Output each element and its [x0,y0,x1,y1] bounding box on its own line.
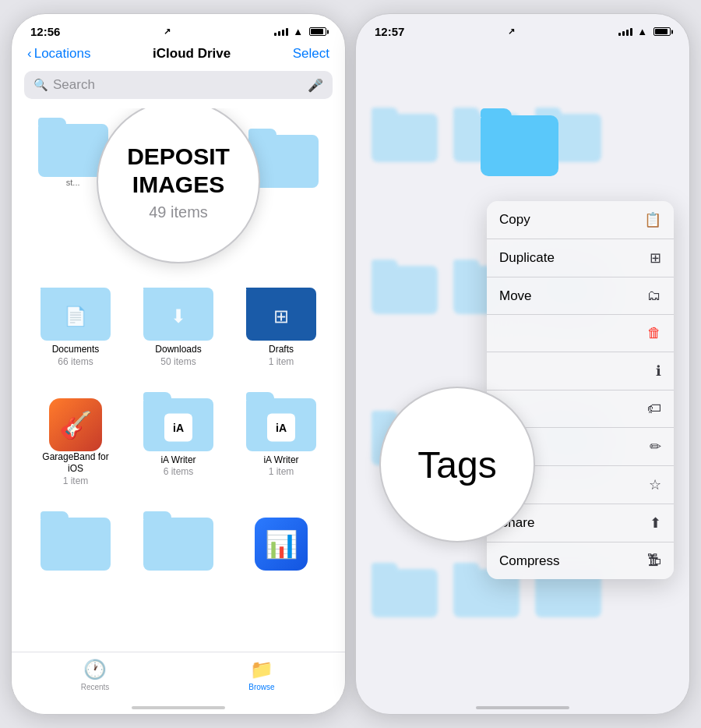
folder-downloads[interactable]: ⬇ Downloads 50 items [136,288,220,367]
copy-label: Copy [499,212,530,228]
right-phone: 12:57 ↗ ▲ [355,13,690,715]
ia-icon: iA [164,413,192,441]
wifi-icon-right: ▲ [637,26,647,37]
mic-icon[interactable]: 🎤 [308,78,323,93]
folder-row-1: 📄 Documents 66 items ⬇ Downloads 50 item… [24,288,333,367]
garageband-label: GarageBand for iOS [33,451,118,475]
share-icon: ⬆ [650,514,661,532]
folder-iawriter2[interactable]: iA iA Writer 1 item [239,398,323,486]
compress-label: Compress [499,553,559,569]
duplicate-label: Duplicate [499,250,555,266]
iawriter1-count: 6 items [164,466,194,477]
tab-browse[interactable]: 📁 Browse [178,659,345,691]
recents-icon: 🕐 [83,659,107,680]
page-title: iCloud Drive [153,46,231,62]
download-icon: ⬇ [171,306,186,327]
menu-duplicate[interactable]: Duplicate ⊞ [487,239,674,277]
drafts-label: Drafts [269,344,294,356]
folder-row-2: 🎸 GarageBand for iOS 1 item iA iA Writer… [24,398,333,486]
folder-item-3a[interactable] [33,518,118,574]
move-label: Move [499,288,532,304]
downloads-label: Downloads [155,344,201,356]
status-bar-left: 12:56 ↗ ▲ [12,14,345,43]
time-right: 12:57 [375,25,404,38]
nav-bar-left: ‹ Locations iCloud Drive Select [12,43,345,68]
tab-recents[interactable]: 🕐 Recents [12,659,178,691]
garageband-icon: 🎸 [49,398,102,451]
context-menu: Copy 📋 Duplicate ⊞ Move 🗂 🗑 ℹ 🏷 ✏ [487,201,674,579]
iawriter2-count: 1 item [269,466,294,477]
garageband-count: 1 item [63,475,89,486]
signal-bars [274,28,288,36]
compress-icon: 🗜 [647,553,661,569]
iawriter1-label: iA Writer [160,454,196,467]
header-section: st... DEPOSIT IMAGES 49 items [12,108,345,288]
search-input[interactable]: Search [53,77,303,93]
drafts-icon: ⊞ [273,306,289,327]
menu-compress[interactable]: Compress 🗜 [487,542,674,579]
menu-copy[interactable]: Copy 📋 [487,201,674,239]
keynote-icon: 📊 [255,518,308,571]
search-icon: 🔍 [33,78,48,92]
folder-item-3b[interactable] [136,518,220,574]
focused-folder [481,115,558,178]
copy-icon: 📋 [644,211,661,228]
move-icon: 🗂 [647,288,661,304]
rename-icon: ✏ [650,438,661,455]
favorite-icon: ☆ [649,476,661,493]
iawriter2-label: iA Writer [263,454,298,467]
info-icon: ℹ [656,362,661,380]
menu-info[interactable]: ℹ [487,352,674,391]
duplicate-icon: ⊞ [650,249,661,267]
locations-label[interactable]: Locations [34,46,91,62]
location-arrow-right: ↗ [508,27,515,37]
search-bar[interactable]: 🔍 Search 🎤 [24,71,333,99]
folder-garageband[interactable]: 🎸 GarageBand for iOS 1 item [33,398,118,486]
folder-documents[interactable]: 📄 Documents 66 items [33,288,118,367]
battery-icon [309,27,326,36]
battery-icon-right [653,27,671,36]
ia-icon2: iA [267,413,295,441]
folder-row-3: 📊 [24,518,333,574]
menu-move[interactable]: Move 🗂 [487,277,674,315]
home-indicator-right [476,706,569,709]
folder-grid: 📄 Documents 66 items ⬇ Downloads 50 item… [12,288,345,592]
bg-folder-10 [372,563,438,617]
documents-label: Documents [52,344,100,356]
magnify-count: 49 items [149,203,208,221]
folder-keynote[interactable]: 📊 [239,518,323,574]
signal-bars-right [618,28,632,36]
folder-drafts[interactable]: ⊞ Drafts 1 item [239,288,323,367]
tags-icon: 🏷 [647,401,661,417]
location-arrow-left: ↗ [164,27,171,37]
delete-icon: 🗑 [647,325,661,341]
drafts-count: 1 item [269,356,294,367]
back-button[interactable]: ‹ Locations [27,46,90,62]
browse-icon: 📁 [250,659,273,680]
tags-text: Tags [417,444,496,486]
bg-folder-4 [372,260,438,314]
menu-delete[interactable]: 🗑 [487,315,674,352]
wifi-icon: ▲ [293,26,303,37]
magnify-title: DEPOSIT IMAGES [98,143,259,199]
left-phone: 12:56 ↗ ▲ ‹ Locations iCloud Drive Selec… [11,13,346,715]
document-icon: 📄 [64,306,87,327]
downloads-count: 50 items [160,356,196,367]
folder-iawriter1[interactable]: iA iA Writer 6 items [136,398,220,486]
magnify-circle: DEPOSIT IMAGES 49 items [97,108,260,263]
bg-folder-1 [372,108,438,162]
time-left: 12:56 [30,25,60,38]
chevron-left-icon: ‹ [27,46,32,62]
status-bar-right: 12:57 ↗ ▲ [356,14,689,43]
browse-label: Browse [248,683,274,691]
home-indicator [132,706,225,709]
tab-bar: 🕐 Recents 📁 Browse [12,652,345,714]
tags-magnify-circle: Tags [379,387,535,542]
recents-label: Recents [81,683,110,691]
documents-count: 66 items [58,356,93,367]
select-button[interactable]: Select [293,46,329,62]
